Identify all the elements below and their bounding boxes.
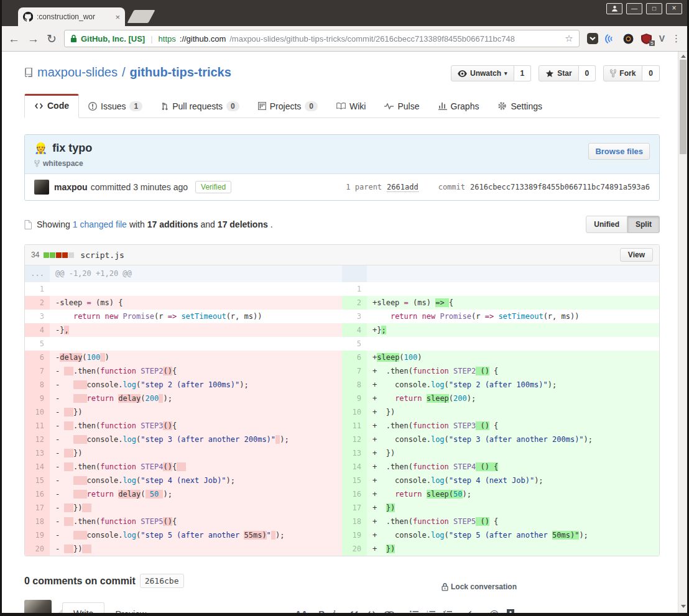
- diff-line-number[interactable]: 17: [25, 501, 50, 515]
- new-tab-button[interactable]: [127, 10, 155, 23]
- diff-line-number[interactable]: 13: [342, 446, 367, 460]
- lock-conversation-button[interactable]: Lock conversation: [442, 582, 517, 591]
- write-tab[interactable]: Write: [62, 602, 104, 613]
- browser-tab[interactable]: :construction_wor ×: [18, 7, 125, 26]
- diff-line-number[interactable]: 2: [342, 296, 367, 310]
- diff-line-number[interactable]: 5: [25, 337, 50, 351]
- text-size-icon[interactable]: AA▾: [295, 609, 310, 614]
- repo-owner-link[interactable]: maxpou-slides: [37, 65, 118, 80]
- diff-line-number[interactable]: 7: [342, 364, 367, 378]
- diff-line-number[interactable]: 16: [25, 487, 50, 501]
- ev-certificate-label[interactable]: GitHub, Inc. [US]: [81, 34, 145, 44]
- diff-line-number[interactable]: 17: [342, 501, 367, 515]
- diff-line-number[interactable]: 1: [25, 282, 50, 296]
- branch-name[interactable]: whitespace: [43, 159, 83, 168]
- tab-pulse[interactable]: Pulse: [375, 94, 428, 118]
- tab-projects[interactable]: Projects 0: [249, 94, 327, 118]
- unified-view-button[interactable]: Unified: [586, 216, 627, 233]
- numbered-list-icon[interactable]: 123: [427, 610, 435, 614]
- diff-line-number[interactable]: 2: [25, 296, 50, 310]
- forward-button[interactable]: →: [27, 33, 39, 45]
- forks-count[interactable]: 0: [642, 65, 660, 81]
- split-view-button[interactable]: Split: [627, 216, 660, 233]
- code-snippet-icon[interactable]: [367, 610, 376, 613]
- diff-line-number[interactable]: 13: [25, 446, 50, 460]
- diff-line-number[interactable]: 12: [25, 433, 50, 446]
- diff-line-number[interactable]: 20: [25, 542, 50, 556]
- diff-line-number[interactable]: 10: [25, 405, 50, 419]
- address-bar[interactable]: GitHub, Inc. [US] | https://github.com/m…: [64, 30, 580, 47]
- pocket-extension-icon[interactable]: [587, 33, 598, 44]
- diff-line-number[interactable]: 18: [25, 515, 50, 528]
- repo-name-link[interactable]: github-tips-tricks: [130, 65, 231, 80]
- diff-line-number[interactable]: 11: [25, 419, 50, 433]
- parent-sha-link[interactable]: 2661add: [387, 183, 418, 192]
- link-icon[interactable]: [384, 611, 394, 613]
- diff-line-number[interactable]: 1: [342, 282, 367, 296]
- diff-line-number[interactable]: 19: [25, 528, 50, 542]
- italic-icon[interactable]: i: [333, 609, 335, 614]
- reply-icon[interactable]: ▾: [468, 610, 481, 614]
- diff-line-number[interactable]: 4: [342, 323, 367, 337]
- maximize-button[interactable]: □: [646, 3, 662, 14]
- close-button[interactable]: ×: [666, 3, 682, 14]
- mention-icon[interactable]: @: [489, 609, 499, 613]
- scrollbar-up-arrow[interactable]: [681, 55, 686, 58]
- reload-button[interactable]: ↻: [47, 33, 57, 45]
- browser-menu-icon[interactable]: ⋮: [672, 33, 681, 44]
- tab-wiki[interactable]: Wiki: [327, 94, 375, 118]
- diff-line-number[interactable]: 15: [25, 474, 50, 487]
- tab-graphs[interactable]: Graphs: [429, 94, 489, 118]
- tab-pull-requests[interactable]: Pull requests 0: [152, 94, 249, 118]
- browse-files-button[interactable]: Browse files: [588, 143, 650, 160]
- saved-replies-icon[interactable]: [507, 609, 514, 613]
- diff-line-number[interactable]: 4: [25, 323, 50, 337]
- scrollbar-thumb[interactable]: [680, 60, 687, 154]
- minimize-button[interactable]: —: [626, 3, 642, 14]
- committer-avatar[interactable]: [34, 180, 49, 195]
- diff-line-number[interactable]: 20: [342, 542, 367, 556]
- diff-line-number[interactable]: 19: [342, 528, 367, 542]
- verified-badge[interactable]: Verified: [195, 181, 231, 193]
- tab-close-icon[interactable]: ×: [115, 13, 120, 21]
- diff-line-number[interactable]: 8: [25, 378, 50, 392]
- dark-circle-extension-icon[interactable]: [623, 33, 634, 44]
- diff-line-number[interactable]: 11: [342, 419, 367, 433]
- watchers-count[interactable]: 1: [514, 65, 532, 81]
- tab-issues[interactable]: Issues 1: [79, 94, 152, 118]
- tab-settings[interactable]: Settings: [488, 94, 552, 118]
- diff-line-number[interactable]: 8: [342, 378, 367, 392]
- preview-tab[interactable]: Preview: [104, 604, 157, 613]
- fork-button[interactable]: Fork: [603, 65, 642, 81]
- user-profile-button[interactable]: [606, 3, 622, 14]
- diff-line-number[interactable]: 9: [25, 392, 50, 405]
- file-name[interactable]: script.js: [80, 251, 124, 260]
- page-scrollbar[interactable]: [678, 52, 687, 613]
- diff-line-number[interactable]: 6: [25, 351, 50, 364]
- diff-line-number[interactable]: 9: [342, 392, 367, 405]
- changed-files-link[interactable]: 1 changed file: [73, 219, 127, 229]
- diff-line-number[interactable]: 18: [342, 515, 367, 528]
- diff-line-number[interactable]: 10: [342, 405, 367, 419]
- ublock-extension-icon[interactable]: 5: [641, 33, 652, 44]
- committer-login[interactable]: maxpou: [54, 182, 88, 192]
- task-list-icon[interactable]: [443, 610, 452, 614]
- stargazers-count[interactable]: 0: [579, 65, 596, 81]
- diff-line-number[interactable]: 7: [25, 364, 50, 378]
- diff-line-number[interactable]: 14: [342, 460, 367, 474]
- bookmark-star-icon[interactable]: ☆: [565, 33, 573, 44]
- bold-icon[interactable]: B: [318, 609, 325, 614]
- diff-line-number[interactable]: 3: [25, 310, 50, 323]
- diff-line-number[interactable]: 12: [342, 433, 367, 446]
- vimium-extension-icon[interactable]: V: [659, 34, 665, 44]
- tab-code[interactable]: Code: [24, 94, 79, 118]
- diff-line-number[interactable]: 3: [342, 310, 367, 323]
- star-button[interactable]: Star: [539, 65, 578, 81]
- bullet-list-icon[interactable]: [410, 610, 418, 614]
- unwatch-button[interactable]: Unwatch ▾: [451, 65, 514, 81]
- view-file-button[interactable]: View: [620, 248, 653, 262]
- diff-line-number[interactable]: 6: [342, 351, 367, 364]
- diff-line-number[interactable]: 15: [342, 474, 367, 487]
- diff-line-number[interactable]: 14: [25, 460, 50, 474]
- diff-line-number[interactable]: 5: [342, 337, 367, 351]
